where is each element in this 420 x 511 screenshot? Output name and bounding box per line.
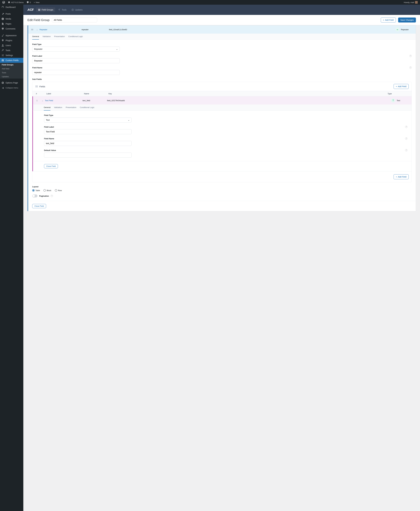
tab-conditional-logic[interactable]: Conditional Logic — [68, 34, 83, 39]
menu-users[interactable]: Users — [0, 43, 23, 48]
gear-icon — [1, 81, 4, 84]
menu-label: Custom Fields — [6, 59, 19, 62]
media-icon — [1, 17, 4, 20]
brush-icon — [1, 34, 4, 37]
close-sub-field-button[interactable]: Close Field — [44, 164, 58, 168]
sub-field-name-input[interactable] — [44, 141, 132, 146]
form-label: Field Type — [32, 43, 41, 45]
site-name-link[interactable]: ACF 6.0 Demo — [7, 0, 25, 5]
chevron-down-icon[interactable]: ⌄ — [41, 100, 44, 102]
nav-updates[interactable]: Updates — [69, 8, 85, 12]
sub-field-row-header[interactable]: 1 ⌄ Text Field text_field field_62f27643… — [32, 96, 412, 105]
menu-dashboard[interactable]: Dashboard — [0, 5, 23, 10]
text-icon: T — [391, 98, 395, 102]
menu-appearance[interactable]: Appearance — [0, 33, 23, 38]
menu-tools[interactable]: Tools — [0, 48, 23, 53]
tab-presentation[interactable]: Presentation — [66, 105, 76, 110]
field-type-select[interactable]: Repeater ⌄ — [32, 46, 120, 52]
greeting-label: Howdy, matt — [404, 1, 414, 3]
tab-validation[interactable]: Validation — [54, 105, 62, 110]
dashboard-icon — [1, 6, 4, 8]
save-changes-button[interactable]: Save Changes — [398, 17, 416, 23]
plus-icon: + — [396, 176, 397, 178]
sliders-icon — [1, 54, 4, 57]
new-content-link[interactable]: + New — [32, 0, 41, 5]
repeater-icon: ∞ — [395, 27, 399, 31]
field-row-header[interactable]: 33 ⌄ Repeater repeater field_62ea811c3be… — [28, 25, 416, 34]
nav-field-groups[interactable]: Field Groups — [36, 8, 55, 12]
nav-tools[interactable]: Tools — [56, 8, 68, 12]
form-label: Field Label — [44, 126, 54, 128]
acf-logo: ACF — [27, 8, 34, 12]
button-label: Add Field — [398, 176, 406, 178]
add-field-button[interactable]: + Add Field — [381, 17, 396, 23]
sub-field-label-input[interactable] — [44, 129, 132, 134]
field-body: Field Type Repeater ⌄ Field Label ? — [28, 40, 416, 201]
menu-custom-fields[interactable]: Custom Fields — [0, 58, 23, 63]
layout-row-radio[interactable]: Row — [55, 189, 62, 192]
wp-logo[interactable] — [1, 0, 6, 5]
close-field-button[interactable]: Close Field — [32, 204, 46, 208]
field-order: 1 — [37, 100, 40, 102]
radio-label: Row — [58, 189, 62, 192]
svg-rect-0 — [38, 9, 40, 9]
add-sub-field-button[interactable]: + Add Field — [394, 84, 409, 89]
my-account-link[interactable]: Howdy, matt — [403, 0, 419, 5]
form-label: Field Type — [44, 114, 53, 116]
field-name-input[interactable] — [32, 70, 120, 75]
wp-admin-bar: ACF 6.0 Demo 0 + New Howdy, matt — [0, 0, 420, 5]
tab-general[interactable]: General — [32, 34, 39, 39]
col-header: Name — [84, 93, 107, 95]
menu-pages[interactable]: Pages — [0, 21, 23, 26]
pagination-toggle[interactable] — [32, 194, 38, 197]
tab-validation[interactable]: Validation — [42, 34, 51, 39]
field-label-link[interactable]: Text Field — [45, 100, 81, 102]
menu-plugins[interactable]: Plugins — [0, 38, 23, 43]
help-icon[interactable]: ? — [405, 126, 407, 128]
help-icon[interactable]: ? — [51, 195, 53, 197]
field-label-input[interactable] — [32, 58, 120, 63]
help-icon[interactable]: ? — [409, 55, 412, 57]
menu-posts[interactable]: Posts — [0, 11, 23, 16]
menu-options-page[interactable]: Options Page — [0, 80, 23, 85]
menu-label: Comments — [6, 28, 15, 30]
field-label-link[interactable]: Repeater — [39, 29, 80, 31]
acf-top-bar: ACF Field Groups Tools Updates — [23, 5, 420, 15]
tab-conditional-logic[interactable]: Conditional Logic — [80, 105, 94, 110]
submenu-tools[interactable]: Tools — [0, 71, 23, 75]
sub-field-type-select[interactable]: Text ⌄ — [44, 117, 132, 123]
add-sub-field-button-bottom[interactable]: + Add Field — [394, 174, 409, 179]
field-group-title-input[interactable] — [52, 18, 97, 22]
svg-rect-1 — [38, 10, 40, 10]
comment-icon — [1, 27, 4, 30]
submenu-updates[interactable]: Updates — [0, 75, 23, 78]
menu-settings[interactable]: Settings — [0, 53, 23, 58]
tab-general[interactable]: General — [44, 105, 51, 110]
wrench-icon — [58, 9, 60, 11]
select-value: Repeater — [34, 48, 43, 50]
form-label: Default Value — [44, 149, 56, 151]
type-label: Text — [397, 100, 400, 102]
help-icon[interactable]: ? — [409, 66, 412, 69]
tab-presentation[interactable]: Presentation — [54, 34, 65, 39]
help-icon[interactable]: ? — [405, 149, 407, 151]
submenu-add-new[interactable]: Add New — [0, 67, 23, 71]
menu-comments[interactable]: Comments — [0, 26, 23, 31]
plugin-icon — [1, 39, 4, 42]
comments-link[interactable]: 0 — [25, 0, 32, 5]
nav-label: Tools — [62, 9, 67, 11]
layout-block-radio[interactable]: Block — [44, 189, 51, 192]
chevron-down-icon[interactable]: ⌄ — [36, 29, 38, 31]
submenu-field-groups[interactable]: Field Groups — [0, 63, 23, 67]
help-icon[interactable]: ? — [405, 137, 407, 140]
svg-rect-5 — [36, 87, 38, 87]
sub-field-default-input[interactable] — [44, 153, 132, 157]
menu-collapse[interactable]: ◀Collapse menu — [0, 85, 23, 90]
nav-label: Updates — [75, 9, 82, 11]
layout-table-radio[interactable]: Table — [32, 189, 40, 192]
sub-field-tabs: General Validation Presentation Conditio… — [32, 105, 412, 111]
home-icon — [8, 1, 10, 3]
menu-media[interactable]: Media — [0, 16, 23, 21]
menu-label: Plugins — [6, 39, 12, 42]
field-type-col: ∞ Repeater — [395, 27, 413, 31]
